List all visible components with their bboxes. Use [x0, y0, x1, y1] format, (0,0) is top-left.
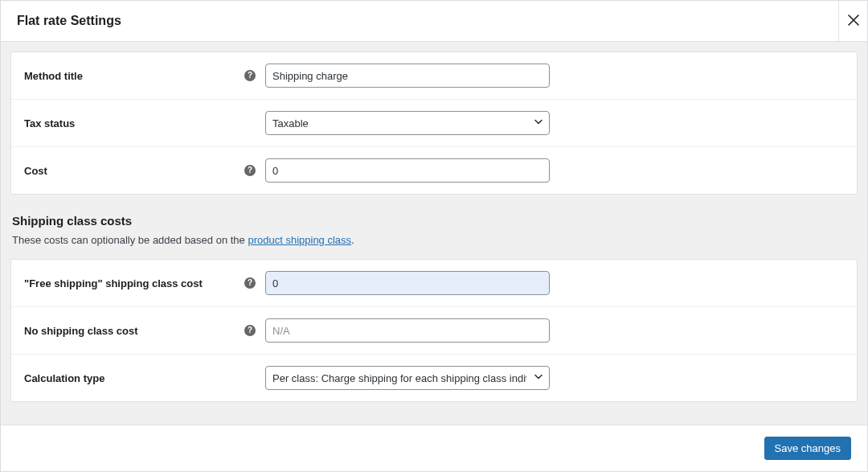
- cost-row: Cost ?: [11, 147, 857, 194]
- free-shipping-class-label: "Free shipping" shipping class cost ?: [24, 277, 265, 289]
- help-icon[interactable]: ?: [244, 70, 256, 81]
- tax-status-select-wrapper: Taxable: [265, 111, 550, 135]
- cost-label: Cost ?: [24, 165, 265, 177]
- tax-status-select[interactable]: Taxable: [265, 111, 550, 135]
- modal-footer: Save changes: [1, 425, 867, 471]
- shipping-class-costs-description: These costs can optionally be added base…: [10, 234, 858, 246]
- form-table-class-costs: "Free shipping" shipping class cost ? No…: [10, 259, 858, 402]
- cost-control: [265, 158, 550, 183]
- help-icon[interactable]: ?: [244, 277, 256, 289]
- flat-rate-settings-modal: Flat rate Settings Method title ? Tax st…: [0, 0, 868, 472]
- calculation-type-select[interactable]: Per class: Charge shipping for each ship…: [265, 366, 550, 390]
- modal-title: Flat rate Settings: [17, 14, 121, 28]
- calculation-type-label-text: Calculation type: [24, 372, 104, 384]
- close-icon: [848, 13, 859, 30]
- close-button[interactable]: [838, 1, 867, 41]
- shipping-class-costs-heading: Shipping class costs: [10, 214, 858, 228]
- modal-body: Method title ? Tax status Taxable: [1, 42, 867, 425]
- method-title-label-text: Method title: [24, 70, 83, 82]
- cost-input[interactable]: [265, 158, 550, 183]
- description-suffix: .: [351, 234, 354, 246]
- tax-status-row: Tax status Taxable: [11, 100, 857, 147]
- cost-label-text: Cost: [24, 165, 47, 177]
- save-changes-button[interactable]: Save changes: [764, 437, 851, 460]
- no-shipping-class-label-text: No shipping class cost: [24, 325, 138, 337]
- calculation-type-control: Per class: Charge shipping for each ship…: [265, 366, 550, 390]
- method-title-row: Method title ?: [11, 52, 857, 100]
- calculation-type-row: Calculation type Per class: Charge shipp…: [11, 355, 857, 401]
- free-shipping-class-row: "Free shipping" shipping class cost ?: [11, 260, 857, 307]
- calculation-type-select-wrapper: Per class: Charge shipping for each ship…: [265, 366, 550, 390]
- free-shipping-class-input[interactable]: [265, 271, 550, 295]
- method-title-label: Method title ?: [24, 70, 265, 82]
- tax-status-label-text: Tax status: [24, 117, 75, 129]
- free-shipping-class-control: [265, 271, 550, 295]
- method-title-control: [265, 64, 550, 88]
- tax-status-label: Tax status: [24, 117, 265, 129]
- method-title-input[interactable]: [265, 64, 550, 88]
- help-icon[interactable]: ?: [244, 165, 256, 176]
- no-shipping-class-input[interactable]: [265, 318, 550, 343]
- no-shipping-class-label: No shipping class cost ?: [24, 325, 265, 337]
- help-icon[interactable]: ?: [244, 325, 256, 336]
- tax-status-control: Taxable: [265, 111, 550, 135]
- calculation-type-label: Calculation type: [24, 372, 265, 384]
- modal-header: Flat rate Settings: [1, 1, 867, 42]
- no-shipping-class-row: No shipping class cost ?: [11, 307, 857, 355]
- description-prefix: These costs can optionally be added base…: [12, 234, 248, 246]
- no-shipping-class-control: [265, 318, 550, 343]
- free-shipping-class-label-text: "Free shipping" shipping class cost: [24, 277, 203, 289]
- product-shipping-class-link[interactable]: product shipping class: [248, 234, 351, 246]
- form-table-main: Method title ? Tax status Taxable: [10, 51, 858, 195]
